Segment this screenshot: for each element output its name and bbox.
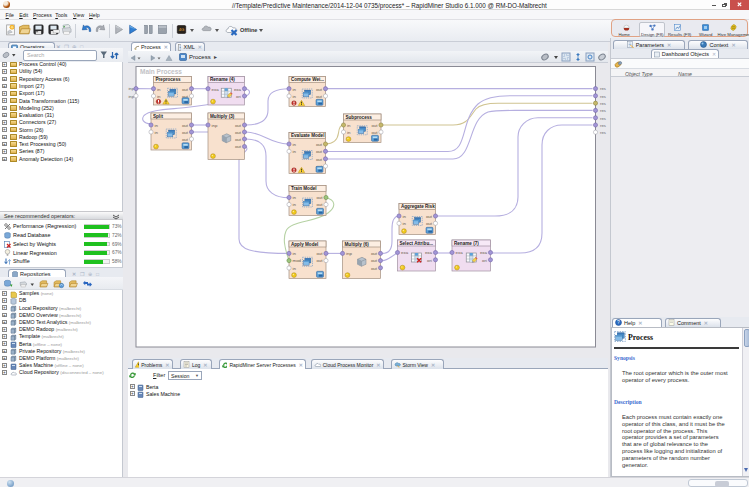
svg-text:out: out (182, 123, 189, 128)
svg-text:res: res (600, 116, 606, 121)
svg-text:out: out (316, 202, 323, 207)
svg-text:out: out (235, 137, 242, 142)
svg-text:Split: Split (153, 114, 163, 119)
svg-text:out: out (371, 130, 378, 135)
svg-text:Apply Model: Apply Model (291, 242, 318, 247)
svg-text:Main Process: Main Process (140, 68, 182, 75)
svg-text:Subprocess: Subprocess (346, 115, 373, 120)
svg-text:out: out (316, 157, 323, 162)
svg-text:in: in (157, 87, 161, 92)
svg-text:out: out (235, 123, 242, 128)
svg-text:res: res (600, 108, 606, 113)
svg-text:out: out (316, 251, 323, 256)
svg-text:?: ? (617, 320, 620, 326)
svg-text:Multiply (6): Multiply (6) (345, 242, 370, 247)
svg-text:Multiply (3): Multiply (3) (210, 114, 235, 119)
svg-text:ori: ori (427, 258, 432, 263)
svg-text:4G: 4G (179, 27, 185, 32)
svg-text:exa: exa (456, 250, 464, 255)
svg-text:inp: inp (212, 123, 218, 128)
svg-text:Rename (4): Rename (4) (210, 77, 235, 82)
svg-text:Compute Wei...: Compute Wei... (291, 77, 324, 82)
svg-text:in: in (403, 221, 407, 226)
svg-text:in: in (293, 266, 297, 271)
svg-text:res: res (600, 130, 606, 135)
svg-text:res: res (600, 94, 606, 99)
svg-text:in: in (347, 123, 351, 128)
svg-text:out: out (371, 258, 378, 263)
svg-text:inp: inp (346, 251, 352, 256)
svg-text:exa: exa (401, 250, 409, 255)
svg-text:Train Model: Train Model (291, 186, 317, 191)
svg-text:in: in (155, 123, 159, 128)
svg-text:ori: ori (236, 94, 241, 99)
svg-text:Aggregate Risk: Aggregate Risk (401, 204, 435, 209)
svg-text:ori: ori (482, 258, 487, 263)
svg-text:Rename (7): Rename (7) (454, 241, 479, 246)
svg-text:res: res (600, 86, 606, 91)
svg-text:out: out (316, 258, 323, 263)
svg-text:exa: exa (234, 87, 242, 92)
svg-text:in: in (157, 94, 161, 99)
svg-text:out: out (371, 251, 378, 256)
svg-text:out: out (316, 94, 323, 99)
svg-text:in: in (293, 251, 297, 256)
svg-text:out: out (316, 149, 323, 154)
svg-text:res: res (600, 101, 606, 106)
svg-text:out: out (371, 123, 378, 128)
svg-text:in: in (293, 202, 297, 207)
svg-text:Select Attribu...: Select Attribu... (400, 241, 434, 246)
svg-text:in: in (293, 149, 297, 154)
svg-text:out: out (316, 87, 323, 92)
svg-text:out: out (426, 221, 433, 226)
svg-text:in: in (293, 195, 297, 200)
svg-text:exa: exa (425, 250, 433, 255)
svg-text:in: in (293, 94, 297, 99)
svg-text:in: in (155, 130, 159, 135)
svg-text:Evaluate Model: Evaluate Model (291, 133, 324, 138)
svg-text:out: out (235, 144, 242, 149)
svg-text:out: out (316, 195, 323, 200)
svg-text:Preprocess: Preprocess (156, 77, 181, 82)
svg-text:in: in (403, 214, 407, 219)
svg-text:in: in (293, 142, 297, 147)
svg-text:res: res (600, 123, 606, 128)
svg-text:out: out (182, 130, 189, 135)
svg-text:mod: mod (293, 258, 302, 263)
svg-text:out: out (371, 266, 378, 271)
svg-text:out: out (182, 87, 189, 92)
svg-text:in: in (293, 87, 297, 92)
svg-text:exa: exa (480, 250, 488, 255)
svg-text:out: out (316, 142, 323, 147)
svg-text:exa: exa (212, 87, 220, 92)
svg-text:in: in (347, 130, 351, 135)
svg-text:out: out (426, 214, 433, 219)
svg-text:out: out (235, 130, 242, 135)
svg-text:out: out (182, 137, 189, 142)
